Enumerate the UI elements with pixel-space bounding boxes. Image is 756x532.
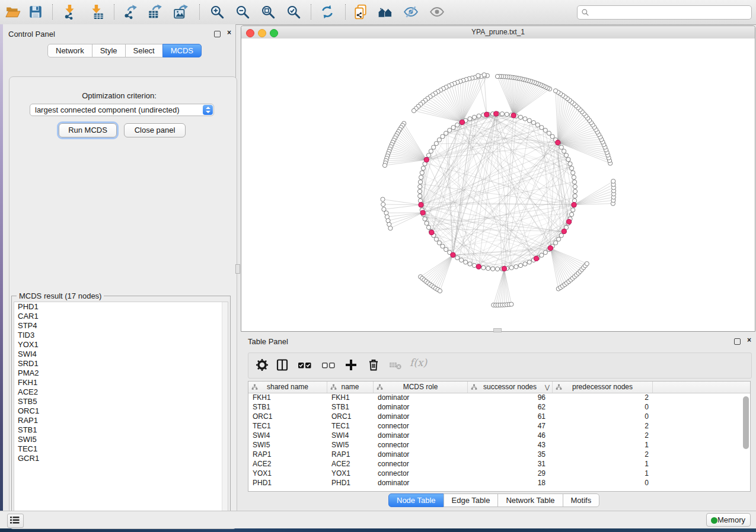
close-panel-icon[interactable]: ×: [745, 337, 753, 345]
table-settings-icon[interactable]: [255, 358, 270, 373]
table-cell: 61: [468, 412, 553, 421]
mcds-result-item[interactable]: TID3: [14, 331, 228, 340]
mcds-result-item[interactable]: GCR1: [14, 454, 228, 463]
network-window-titlebar[interactable]: YPA_prune.txt_1: [241, 26, 755, 39]
table-row[interactable]: PHD1PHD1dominator180: [248, 478, 750, 488]
tab-network[interactable]: Network: [47, 44, 92, 57]
table-cell: connector: [374, 459, 468, 469]
column-header-name[interactable]: name: [327, 382, 374, 393]
delete-column-icon[interactable]: [366, 358, 382, 373]
tab-style[interactable]: Style: [92, 44, 126, 57]
table-cell: YOX1: [327, 469, 374, 478]
open-file-icon[interactable]: [5, 4, 21, 20]
close-panel-icon[interactable]: ×: [225, 30, 233, 37]
column-header-predecessor-nodes[interactable]: predecessor nodes: [553, 382, 653, 393]
table-cell: 62: [468, 402, 553, 412]
table-cell: 18: [468, 478, 553, 488]
table-row[interactable]: STB1STB1dominator620: [248, 402, 750, 412]
float-panel-icon[interactable]: [734, 338, 741, 345]
deselect-all-icon[interactable]: [321, 358, 337, 373]
memory-status-icon: [711, 517, 717, 524]
mcds-result-item[interactable]: YOX1: [14, 340, 228, 350]
mcds-result-item[interactable]: STB5: [14, 397, 228, 406]
table-cell: ORC1: [248, 412, 327, 421]
column-layout-icon[interactable]: [275, 358, 291, 373]
table-cell: SWI4: [327, 431, 374, 440]
tab-select[interactable]: Select: [125, 44, 163, 57]
float-panel-icon[interactable]: [214, 31, 221, 37]
mcds-result-item[interactable]: SWI5: [14, 435, 228, 444]
home-icon[interactable]: [378, 4, 393, 20]
column-header-shared-name[interactable]: shared name: [248, 382, 327, 393]
memory-button[interactable]: Memory: [706, 513, 751, 527]
table-row[interactable]: FKH1FKH1dominator962: [248, 393, 750, 402]
table-cell: 46: [468, 431, 553, 440]
table-cell: STB1: [248, 402, 327, 412]
vertical-splitter-handle[interactable]: [235, 264, 240, 274]
import-table-icon[interactable]: [89, 4, 104, 20]
tab-mcds[interactable]: MCDS: [162, 44, 202, 57]
optimization-criterion-select[interactable]: largest connected component (undirected): [30, 104, 214, 116]
add-column-icon[interactable]: [344, 358, 359, 373]
table-row[interactable]: SWI5SWI5connector431: [248, 440, 750, 450]
run-mcds-button[interactable]: Run MCDS: [59, 123, 117, 137]
zoom-fit-icon[interactable]: [260, 4, 276, 20]
export-image-icon[interactable]: [173, 4, 189, 20]
main-toolbar: [0, 0, 756, 25]
table-row[interactable]: YOX1YOX1connector291: [248, 469, 750, 478]
select-all-check-icon[interactable]: [298, 358, 313, 373]
mcds-list-scrollbar[interactable]: [222, 302, 228, 518]
import-network-icon[interactable]: [62, 4, 78, 20]
horizontal-splitter-handle[interactable]: [493, 328, 502, 332]
mcds-result-item[interactable]: RAP1: [14, 416, 228, 425]
task-history-button[interactable]: [7, 514, 24, 528]
mcds-result-item[interactable]: STB1: [14, 425, 228, 435]
mcds-result-item[interactable]: ACE2: [14, 387, 228, 397]
tab-edge-table[interactable]: Edge Table: [444, 493, 499, 507]
table-row[interactable]: TEC1TEC1connector472: [248, 421, 750, 431]
zoom-out-icon[interactable]: [235, 4, 250, 20]
column-header-MCDS-role[interactable]: MCDS role: [374, 382, 468, 393]
export-network-icon[interactable]: [123, 4, 138, 20]
table-cell: 1: [553, 469, 653, 478]
hide-details-icon[interactable]: [403, 4, 419, 20]
table-cell: STB1: [327, 402, 374, 412]
table-cell: SWI5: [327, 440, 374, 450]
table-row[interactable]: ACE2ACE2connector311: [248, 459, 750, 469]
search-field[interactable]: [577, 5, 752, 20]
mcds-result-item[interactable]: PHD1: [14, 302, 228, 312]
table-cell: 1: [553, 440, 653, 450]
table-row[interactable]: SWI4SWI4dominator462: [248, 431, 750, 440]
table-cell: 0: [553, 402, 653, 412]
save-session-icon[interactable]: [28, 4, 43, 20]
table-cell: PHD1: [327, 478, 374, 488]
table-row[interactable]: RAP1RAP1dominator352: [248, 450, 750, 459]
mcds-result-item[interactable]: PMA2: [14, 368, 228, 378]
mcds-result-item[interactable]: FKH1: [14, 378, 228, 387]
tab-node-table[interactable]: Node Table: [388, 493, 444, 507]
network-canvas[interactable]: [241, 39, 755, 331]
export-table-icon[interactable]: [148, 4, 163, 20]
mcds-result-item[interactable]: STP4: [14, 321, 228, 331]
mcds-result-item[interactable]: TEC1: [14, 444, 228, 454]
tab-network-table[interactable]: Network Table: [497, 493, 563, 507]
network-graph[interactable]: [241, 39, 755, 331]
mcds-result-item[interactable]: CAR1: [14, 312, 228, 321]
column-header-successor-nodes[interactable]: successor nodes⋁: [468, 382, 553, 393]
refresh-icon[interactable]: [320, 4, 335, 20]
search-input[interactable]: [592, 8, 751, 17]
show-details-icon[interactable]: [429, 4, 445, 20]
mcds-result-item[interactable]: SRD1: [14, 359, 228, 368]
table-row[interactable]: ORC1ORC1dominator610: [248, 412, 750, 421]
mcds-result-item[interactable]: ORC1: [14, 406, 228, 416]
share-document-icon[interactable]: [353, 4, 368, 20]
mcds-result-item[interactable]: SWI4: [14, 350, 228, 359]
table-scrollbar-thumb[interactable]: [743, 396, 749, 449]
zoom-in-icon[interactable]: [209, 4, 225, 20]
table-cell: 2: [553, 393, 653, 402]
zoom-selected-icon[interactable]: [286, 4, 301, 20]
delete-table-icon[interactable]: [388, 358, 404, 373]
close-panel-button[interactable]: Close panel: [124, 123, 186, 137]
network-window-title: YPA_prune.txt_1: [241, 28, 755, 36]
tab-motifs[interactable]: Motifs: [563, 493, 600, 507]
